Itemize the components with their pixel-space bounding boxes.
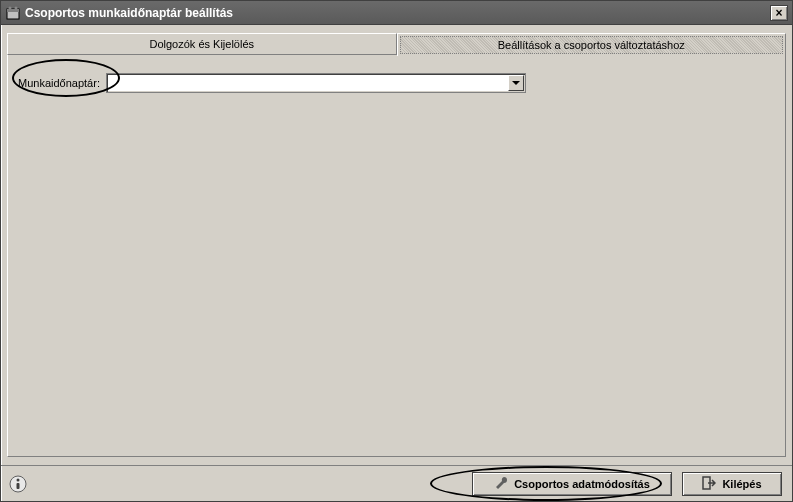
wrench-icon bbox=[494, 476, 508, 492]
close-button[interactable]: × bbox=[770, 5, 788, 21]
calendar-input[interactable] bbox=[107, 77, 507, 89]
button-bar: Csoportos adatmódosítás Kilépés bbox=[1, 465, 792, 501]
svg-rect-6 bbox=[17, 483, 20, 489]
tab-panel-settings: Munkaidőnaptár: bbox=[7, 54, 786, 457]
exit-label: Kilépés bbox=[722, 478, 761, 490]
svg-point-5 bbox=[17, 478, 20, 481]
close-icon: × bbox=[775, 7, 782, 19]
titlebar: Csoportos munkaidőnaptár beállítás × bbox=[1, 1, 792, 25]
tab-settings[interactable]: Beállítások a csoportos változtatáshoz bbox=[397, 33, 787, 56]
svg-rect-1 bbox=[7, 9, 19, 12]
exit-icon bbox=[702, 476, 716, 492]
form-row-calendar: Munkaidőnaptár: bbox=[18, 73, 775, 93]
tab-label: Dolgozók és Kijelölés bbox=[149, 38, 254, 50]
exit-button[interactable]: Kilépés bbox=[682, 472, 782, 496]
tab-label: Beállítások a csoportos változtatáshoz bbox=[498, 39, 685, 51]
chevron-down-icon[interactable] bbox=[508, 75, 524, 91]
modify-label: Csoportos adatmódosítás bbox=[514, 478, 650, 490]
tabs: Dolgozók és Kijelölés Beállítások a csop… bbox=[7, 33, 786, 55]
info-icon[interactable] bbox=[9, 475, 27, 493]
modify-button[interactable]: Csoportos adatmódosítás bbox=[472, 472, 672, 496]
app-icon bbox=[5, 5, 21, 21]
svg-point-2 bbox=[9, 6, 12, 9]
calendar-label: Munkaidőnaptár: bbox=[18, 77, 100, 89]
main-window: Csoportos munkaidőnaptár beállítás × Dol… bbox=[0, 0, 793, 502]
tab-employees[interactable]: Dolgozók és Kijelölés bbox=[7, 33, 397, 55]
window-title: Csoportos munkaidőnaptár beállítás bbox=[25, 6, 770, 20]
content-area: Dolgozók és Kijelölés Beállítások a csop… bbox=[1, 25, 792, 465]
svg-point-3 bbox=[15, 6, 18, 9]
calendar-combobox[interactable] bbox=[106, 73, 526, 93]
